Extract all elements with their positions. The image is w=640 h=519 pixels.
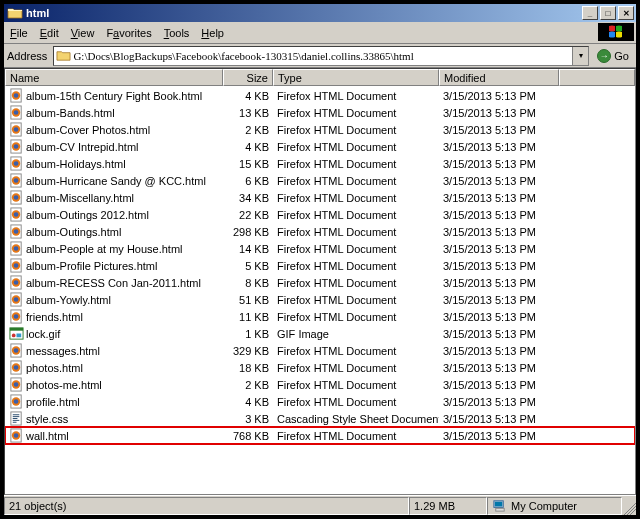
menu-tools[interactable]: Tools — [164, 27, 190, 39]
file-size: 4 KB — [223, 90, 273, 102]
file-size: 3 KB — [223, 413, 273, 425]
file-size: 5 KB — [223, 260, 273, 272]
file-modified: 3/15/2013 5:13 PM — [439, 277, 559, 289]
file-row[interactable]: album-CV Intrepid.html4 KBFirefox HTML D… — [5, 138, 635, 155]
file-modified: 3/15/2013 5:13 PM — [439, 226, 559, 238]
file-row[interactable]: album-Outings.html298 KBFirefox HTML Doc… — [5, 223, 635, 240]
svg-point-8 — [14, 127, 19, 132]
file-row[interactable]: photos.html18 KBFirefox HTML Document3/1… — [5, 359, 635, 376]
svg-point-32 — [14, 263, 19, 268]
file-row[interactable]: album-Bands.html13 KBFirefox HTML Docume… — [5, 104, 635, 121]
maximize-button[interactable]: □ — [600, 6, 616, 20]
status-location: My Computer — [487, 497, 622, 515]
file-row[interactable]: friends.html11 KBFirefox HTML Document3/… — [5, 308, 635, 325]
file-name: wall.html — [26, 430, 69, 442]
file-row[interactable]: wall.html768 KBFirefox HTML Document3/15… — [5, 427, 635, 444]
file-name: album-Outings 2012.html — [26, 209, 149, 221]
file-name: photos-me.html — [26, 379, 102, 391]
statusbar: 21 object(s) 1.29 MB My Computer — [4, 495, 636, 515]
file-size: 4 KB — [223, 396, 273, 408]
file-size: 14 KB — [223, 243, 273, 255]
address-dropdown-button[interactable]: ▾ — [572, 47, 588, 65]
file-type: Firefox HTML Document — [273, 141, 439, 153]
ff-file-icon — [9, 428, 24, 443]
ff-file-icon — [9, 343, 24, 358]
file-size: 1 KB — [223, 328, 273, 340]
svg-point-20 — [14, 195, 19, 200]
ff-file-icon — [9, 190, 24, 205]
resize-grip[interactable] — [622, 497, 636, 515]
file-row[interactable]: photos-me.html2 KBFirefox HTML Document3… — [5, 376, 635, 393]
file-modified: 3/15/2013 5:13 PM — [439, 328, 559, 340]
file-name: album-Bands.html — [26, 107, 115, 119]
file-modified: 3/15/2013 5:13 PM — [439, 294, 559, 306]
col-header-size[interactable]: Size — [223, 69, 273, 86]
window-title: html — [26, 7, 582, 19]
column-headers: Name Size Type Modified — [5, 69, 635, 86]
file-modified: 3/15/2013 5:13 PM — [439, 345, 559, 357]
file-name: album-Miscellany.html — [26, 192, 134, 204]
file-name: album-CV Intrepid.html — [26, 141, 139, 153]
file-row[interactable]: album-Outings 2012.html22 KBFirefox HTML… — [5, 206, 635, 223]
file-modified: 3/15/2013 5:13 PM — [439, 192, 559, 204]
menubar: File Edit View Favorites Tools Help — [4, 22, 636, 44]
minimize-button[interactable]: _ — [582, 6, 598, 20]
address-input-wrap[interactable]: ▾ — [53, 46, 589, 66]
svg-point-2 — [14, 93, 19, 98]
col-header-modified[interactable]: Modified — [439, 69, 559, 86]
file-modified: 3/15/2013 5:13 PM — [439, 311, 559, 323]
file-row[interactable]: album-Holidays.html15 KBFirefox HTML Doc… — [5, 155, 635, 172]
file-type: Firefox HTML Document — [273, 158, 439, 170]
close-button[interactable]: ✕ — [618, 6, 634, 20]
file-size: 4 KB — [223, 141, 273, 153]
svg-point-17 — [14, 178, 19, 183]
file-row[interactable]: album-Miscellany.html34 KBFirefox HTML D… — [5, 189, 635, 206]
file-row[interactable]: album-Cover Photos.html2 KBFirefox HTML … — [5, 121, 635, 138]
file-row[interactable]: album-RECESS Con Jan-2011.html8 KBFirefo… — [5, 274, 635, 291]
file-row[interactable]: album-People at my House.html14 KBFirefo… — [5, 240, 635, 257]
file-row[interactable]: album-Profile Pictures.html5 KBFirefox H… — [5, 257, 635, 274]
file-modified: 3/15/2013 5:13 PM — [439, 379, 559, 391]
ff-file-icon — [9, 173, 24, 188]
menu-view[interactable]: View — [71, 27, 95, 39]
menu-favorites[interactable]: Favorites — [106, 27, 151, 39]
file-row[interactable]: profile.html4 KBFirefox HTML Document3/1… — [5, 393, 635, 410]
file-type: GIF Image — [273, 328, 439, 340]
address-input[interactable] — [71, 49, 572, 63]
file-size: 11 KB — [223, 311, 273, 323]
file-size: 2 KB — [223, 379, 273, 391]
file-modified: 3/15/2013 5:13 PM — [439, 362, 559, 374]
go-icon: → — [597, 49, 611, 63]
col-header-type[interactable]: Type — [273, 69, 439, 86]
file-row[interactable]: messages.html329 KBFirefox HTML Document… — [5, 342, 635, 359]
menu-help[interactable]: Help — [201, 27, 224, 39]
go-button[interactable]: → Go — [593, 49, 633, 63]
file-row[interactable]: album-Yowly.html51 KBFirefox HTML Docume… — [5, 291, 635, 308]
file-rows: album-15th Century Fight Book.html4 KBFi… — [5, 86, 635, 494]
ff-file-icon — [9, 360, 24, 375]
svg-point-5 — [14, 110, 19, 115]
file-name: photos.html — [26, 362, 83, 374]
folder-icon — [56, 48, 71, 63]
file-row[interactable]: lock.gif1 KBGIF Image3/15/2013 5:13 PM — [5, 325, 635, 342]
menu-edit[interactable]: Edit — [40, 27, 59, 39]
col-header-fill — [559, 69, 635, 86]
file-name: album-People at my House.html — [26, 243, 183, 255]
titlebar[interactable]: html _ □ ✕ — [4, 4, 636, 22]
file-type: Firefox HTML Document — [273, 430, 439, 442]
svg-rect-64 — [496, 508, 504, 511]
svg-point-51 — [14, 365, 19, 370]
menu-file[interactable]: File — [10, 27, 28, 39]
ff-file-icon — [9, 207, 24, 222]
file-size: 6 KB — [223, 175, 273, 187]
file-row[interactable]: style.css3 KBCascading Style Sheet Docum… — [5, 410, 635, 427]
file-type: Firefox HTML Document — [273, 396, 439, 408]
svg-point-29 — [14, 246, 19, 251]
file-row[interactable]: album-15th Century Fight Book.html4 KBFi… — [5, 87, 635, 104]
status-count: 21 object(s) — [4, 497, 409, 515]
file-row[interactable]: album-Hurricane Sandy @ KCC.html6 KBFire… — [5, 172, 635, 189]
col-header-name[interactable]: Name — [5, 69, 223, 86]
ff-file-icon — [9, 241, 24, 256]
ff-file-icon — [9, 122, 24, 137]
ff-file-icon — [9, 377, 24, 392]
